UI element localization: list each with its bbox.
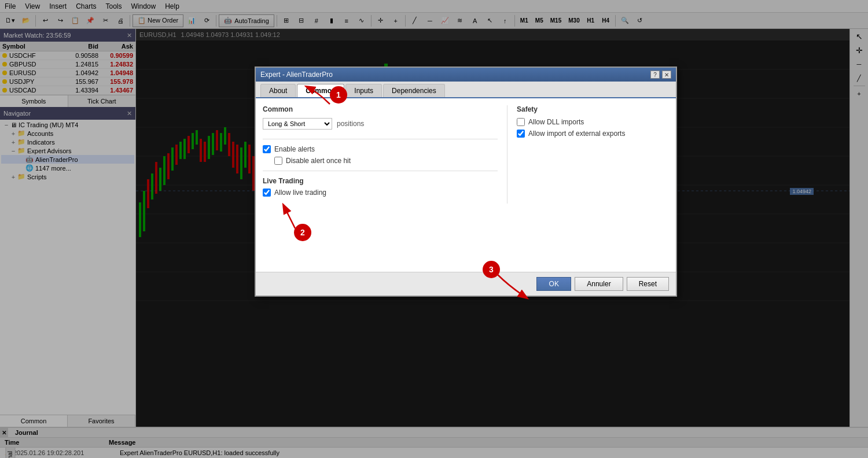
modal-tab-dependencies[interactable]: Dependencies bbox=[383, 84, 445, 97]
modal-annuler-button[interactable]: Annuler bbox=[575, 277, 623, 291]
modal-tab-about[interactable]: About bbox=[260, 84, 296, 97]
enable-alerts-checkbox[interactable] bbox=[263, 145, 271, 153]
live-trading-title: Live Trading bbox=[263, 177, 498, 185]
allow-external-checkbox[interactable] bbox=[517, 130, 525, 138]
allow-live-trading-label[interactable]: Allow live trading bbox=[274, 189, 326, 197]
allow-dll-label[interactable]: Allow DLL imports bbox=[528, 118, 584, 126]
allow-dll-checkbox[interactable] bbox=[517, 118, 525, 126]
modal-titlebar: Expert - AlienTraderPro ? ✕ bbox=[256, 68, 676, 82]
modal-left-section: Common Long & Short positions Enable ale… bbox=[263, 105, 498, 204]
enable-alerts-row: Enable alerts bbox=[263, 145, 498, 153]
modal-right-section: Safety Allow DLL imports Allow import of… bbox=[507, 105, 669, 204]
annotation-circle-1: 1 bbox=[330, 86, 347, 104]
disable-alert-label[interactable]: Disable alert once hit bbox=[286, 157, 351, 165]
modal-title: Expert - AlienTraderPro bbox=[260, 71, 333, 79]
allow-live-trading-checkbox[interactable] bbox=[263, 189, 271, 197]
modal-ok-button[interactable]: OK bbox=[536, 277, 571, 291]
alerts-divider bbox=[263, 139, 498, 139]
annotation-1: 1 bbox=[330, 86, 347, 104]
modal-body: Common Long & Short positions Enable ale… bbox=[256, 98, 676, 272]
disable-alert-checkbox[interactable] bbox=[274, 157, 282, 165]
modal-title-buttons: ? ✕ bbox=[650, 71, 671, 79]
expert-modal: Expert - AlienTraderPro ? ✕ About Common… bbox=[255, 67, 677, 297]
annotation-circle-3: 3 bbox=[483, 261, 500, 278]
safety-title: Safety bbox=[517, 105, 669, 113]
modal-content-row: Common Long & Short positions Enable ale… bbox=[263, 105, 669, 204]
common-section-title: Common bbox=[263, 105, 498, 113]
modal-reset-button[interactable]: Reset bbox=[627, 277, 669, 291]
trading-direction-select[interactable]: Long & Short bbox=[263, 118, 332, 130]
allow-dll-row: Allow DLL imports bbox=[517, 118, 669, 126]
annotation-3: 3 bbox=[483, 261, 500, 278]
allow-external-row: Allow import of external exports bbox=[517, 130, 669, 138]
modal-overlay: Expert - AlienTraderPro ? ✕ About Common… bbox=[0, 0, 868, 458]
annotation-circle-2: 2 bbox=[294, 224, 311, 241]
positions-label: positions bbox=[337, 120, 364, 128]
modal-tab-inputs[interactable]: Inputs bbox=[345, 84, 382, 97]
modal-close-btn[interactable]: ✕ bbox=[662, 71, 671, 79]
modal-footer: OK Annuler Reset bbox=[256, 272, 676, 296]
disable-alert-row: Disable alert once hit bbox=[263, 157, 498, 165]
common-section: Common Long & Short positions bbox=[263, 105, 498, 130]
allow-external-label[interactable]: Allow import of external exports bbox=[528, 130, 625, 138]
modal-help-btn[interactable]: ? bbox=[650, 71, 660, 79]
allow-live-trading-row: Allow live trading bbox=[263, 189, 498, 197]
trading-direction-row: Long & Short positions bbox=[263, 118, 498, 130]
enable-alerts-label[interactable]: Enable alerts bbox=[274, 145, 315, 153]
live-trading-section: Live Trading Allow live trading bbox=[263, 177, 498, 197]
live-trading-divider bbox=[263, 171, 498, 171]
modal-tabs: About Common Inputs Dependencies bbox=[256, 82, 676, 98]
annotation-2: 2 bbox=[294, 224, 311, 241]
